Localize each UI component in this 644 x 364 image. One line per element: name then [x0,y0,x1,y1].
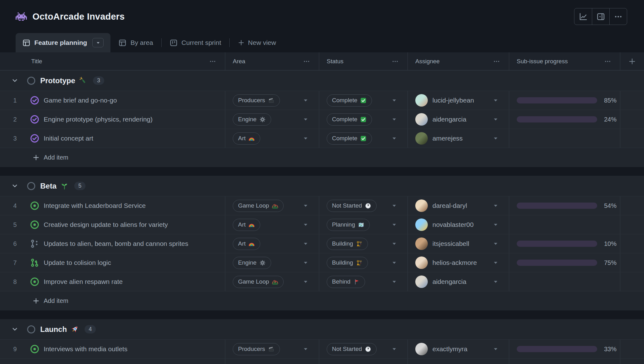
add-column-button[interactable] [620,52,644,70]
area-cell[interactable]: Game Loop [225,196,319,215]
status-pill: Behind [327,276,365,288]
column-header-title[interactable]: Title [0,52,225,70]
group-count-badge: 5 [74,182,85,190]
add-item-button[interactable]: Add item [0,148,644,167]
status-cell[interactable]: Planning [319,215,407,234]
chevron-down-icon [392,98,397,103]
side-panel-button[interactable] [592,8,609,25]
row-number: 4 [0,202,30,209]
chevron-down-icon [392,347,397,352]
tab-current-sprint[interactable]: Current sprint [162,33,229,52]
item-title[interactable]: Engine prototype (physics, rendering) [44,116,153,123]
progress-cell[interactable]: 33% [509,340,620,358]
title-cell[interactable]: 6 Updates to alien, beam, bomb and canno… [0,234,225,253]
assignee-cell[interactable]: dareal-daryl [407,196,509,215]
progress-percent: 33% [604,346,617,353]
group-header-launch[interactable]: Launch 4 [0,319,644,340]
new-view-button[interactable]: New view [230,33,284,52]
progress-cell[interactable]: 54% [509,196,620,215]
title-cell[interactable]: 9 Interviews with media outlets [0,340,225,358]
area-cell[interactable]: Producers [225,91,319,110]
assignee-cell[interactable]: lucid-jellybean [407,91,509,110]
progress-cell[interactable] [509,272,620,291]
area-cell[interactable]: Engine [225,253,319,272]
chevron-down-icon [392,241,397,247]
status-cell[interactable]: Not Started [319,340,407,358]
column-header-area[interactable]: Area [225,52,319,70]
area-cell[interactable]: Producers [225,340,319,358]
tab-feature-planning[interactable]: Feature planning [16,33,110,52]
title-cell[interactable]: 2 Engine prototype (physics, rendering) [0,110,225,129]
item-title[interactable]: Creative design update to aliens for var… [44,221,168,228]
assignee-cell[interactable]: exactlymyra [407,340,509,358]
column-header-subissue-progress[interactable]: Sub-issue progress [509,52,620,70]
more-options-button[interactable] [609,8,627,25]
status-cell[interactable]: Behind [319,272,407,291]
assignee-cell[interactable]: aidengarcia [407,110,509,129]
item-title[interactable]: Game brief and go-no-go [44,97,117,104]
group-header-prototype[interactable]: Prototype 3 [0,70,644,91]
add-item-button[interactable]: Add item [0,291,644,310]
column-menu-icon[interactable] [604,58,611,65]
area-cell[interactable]: Engine [225,110,319,129]
column-menu-icon[interactable] [209,58,216,65]
item-title[interactable]: Interviews with media outlets [44,345,127,353]
assignee-cell[interactable]: novablaster00 [407,215,509,234]
title-cell[interactable]: 3 Initial concept art [0,129,225,148]
item-title[interactable]: Initial concept art [44,135,93,142]
row-extra-cell [620,91,644,110]
tab-by-area[interactable]: By area [110,33,161,52]
assignee-cell[interactable]: aidengarcia [407,272,509,291]
status-cell[interactable]: Complete [319,110,407,129]
column-header-status[interactable]: Status [319,52,407,70]
group-header-beta[interactable]: Beta 5 [0,176,644,196]
status-cell[interactable]: Complete [319,91,407,110]
area-cell[interactable]: Game Loop [225,272,319,291]
status-cell[interactable]: Complete [319,129,407,148]
insights-button[interactable] [574,8,592,25]
status-pill: Not Started [327,343,377,355]
title-cell[interactable]: 7 Update to colision logic [0,253,225,272]
area-cell[interactable]: Art [225,234,319,253]
chevron-down-icon [392,136,397,141]
chevron-down-icon [303,241,308,247]
item-title[interactable]: Updates to alien, beam, bomb and cannon … [44,240,188,247]
progress-cell[interactable] [509,129,620,148]
area-cell[interactable]: Art [225,129,319,148]
title-cell[interactable]: 4 Integrate with Leaderboard Service [0,196,225,215]
table-row: 3 Initial concept art Art Complete amere… [0,129,644,148]
view-tabs: Feature planning By area Current sprint … [0,33,644,52]
area-cell[interactable]: Art [225,215,319,234]
project-header: OctoArcade Invaders [0,0,644,33]
progress-cell[interactable]: 10% [509,234,620,253]
progress-cell[interactable]: 85% [509,91,620,110]
assignee-cell[interactable]: amerejess [407,129,509,148]
column-menu-icon[interactable] [493,58,500,65]
table-row: 6 Updates to alien, beam, bomb and canno… [0,234,644,253]
title-cell[interactable]: 5 Creative design update to aliens for v… [0,215,225,234]
row-number: 5 [0,221,30,228]
column-header-assignee[interactable]: Assignee [407,52,509,70]
status-cell[interactable]: Not Started [319,196,407,215]
table-view-icon [119,39,126,47]
roller-coaster-emoji-icon [272,203,278,209]
item-title[interactable]: Update to colision logic [44,259,111,266]
progress-cell[interactable] [509,215,620,234]
title-cell[interactable]: 1 Game brief and go-no-go [0,91,225,110]
progress-cell[interactable]: 24% [509,110,620,129]
view-options-button[interactable] [92,38,104,47]
assignee-cell[interactable]: helios-ackmore [407,253,509,272]
status-cell[interactable]: Building [319,253,407,272]
item-title[interactable]: Improve alien respawn rate [44,278,123,285]
assignee-cell[interactable]: itsjessicabell [407,234,509,253]
progress-percent: 24% [604,116,617,123]
champagne-emoji-icon [79,76,87,85]
item-title[interactable]: Integrate with Leaderboard Service [44,202,146,209]
issue-state-icon [30,96,39,105]
progress-cell[interactable]: 75% [509,253,620,272]
chevron-down-icon [493,260,498,266]
title-cell[interactable]: 8 Improve alien respawn rate [0,272,225,291]
status-cell[interactable]: Building [319,234,407,253]
column-menu-icon[interactable] [392,58,399,65]
column-menu-icon[interactable] [303,58,310,65]
